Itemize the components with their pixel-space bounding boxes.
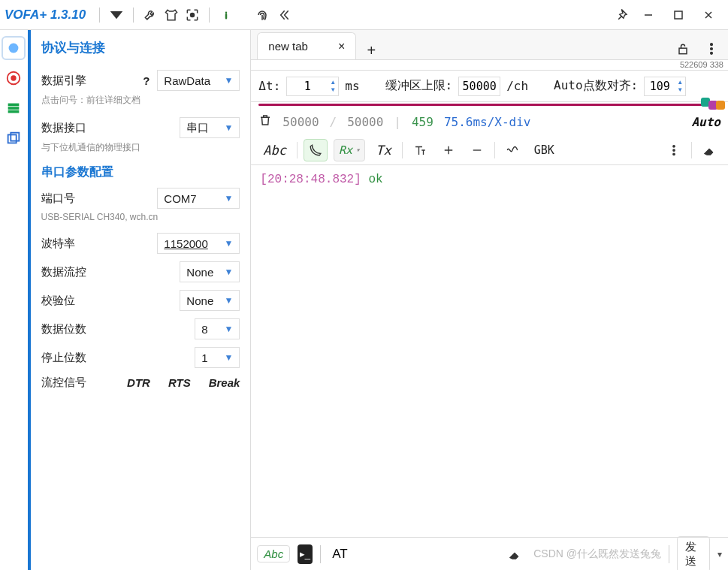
up-arrow-icon[interactable]: ▲ <box>675 79 685 86</box>
down-arrow-icon[interactable]: ▼ <box>675 86 685 94</box>
dt-input[interactable] <box>287 77 328 95</box>
down-arrow-icon[interactable]: ▼ <box>328 86 338 94</box>
control-bar: Abc Rx▾ Tx GBK <box>251 135 728 165</box>
eraser-icon[interactable] <box>698 139 720 161</box>
eraser-icon[interactable] <box>503 543 526 565</box>
rail-item-list[interactable] <box>3 98 24 119</box>
engine-label: 数据引擎 <box>41 74 86 88</box>
text-size-icon[interactable] <box>409 139 431 161</box>
chevron-down-icon: ▼ <box>224 295 233 306</box>
baud-select[interactable]: 1152000 ▼ <box>157 233 240 254</box>
field-port: 端口号 COM7 ▼ <box>41 188 240 209</box>
send-menu-icon[interactable]: ▾ <box>717 549 722 559</box>
focus-icon[interactable] <box>182 5 203 26</box>
buf-input[interactable] <box>459 77 500 95</box>
buf-spinner[interactable] <box>458 77 500 96</box>
more-vertical-icon[interactable] <box>663 139 685 161</box>
send-button[interactable]: 发送 <box>677 536 710 571</box>
phone-icon[interactable] <box>304 139 328 161</box>
chevron-down-icon: ▼ <box>224 267 233 277</box>
chevron-down-icon: ▼ <box>224 352 233 363</box>
iface-select[interactable]: 串口 ▼ <box>180 117 240 138</box>
abc-button[interactable]: Abc <box>258 139 291 161</box>
flow-select[interactable]: None ▼ <box>180 261 240 282</box>
more-icon[interactable] <box>701 38 722 59</box>
minimize-button[interactable] <box>633 5 663 26</box>
color-track[interactable] <box>258 104 705 106</box>
separator <box>209 8 210 23</box>
watermark: CSDN @什么既然发送兔兔 <box>533 547 661 561</box>
dt-unit: ms <box>345 79 359 93</box>
field-baud: 波特率 1152000 ▼ <box>41 233 240 254</box>
console-message: ok <box>368 173 382 186</box>
rx-button[interactable]: Rx▾ <box>334 139 365 161</box>
rail-item-connection[interactable] <box>3 38 24 59</box>
svg-point-15 <box>673 149 675 150</box>
close-button[interactable] <box>693 5 723 26</box>
terminal-icon[interactable]: ▸_ <box>298 544 312 564</box>
fingerprint-icon[interactable] <box>252 5 273 26</box>
rts-toggle[interactable]: RTS <box>168 376 191 389</box>
buf-label: 缓冲区上限: <box>385 78 453 94</box>
engine-select[interactable]: RawData ▼ <box>157 70 240 91</box>
engine-help: 点击问号：前往详细文档 <box>41 94 240 107</box>
tshirt-icon[interactable] <box>161 5 182 26</box>
field-flowsignal: 流控信号 DTR RTS Break <box>41 375 240 390</box>
tab-label: new tab <box>268 40 308 53</box>
svg-point-4 <box>11 75 17 80</box>
svg-rect-10 <box>679 48 687 54</box>
help-icon[interactable]: ? <box>143 74 150 87</box>
wrench-icon[interactable] <box>140 5 161 26</box>
unlock-icon[interactable] <box>672 38 693 59</box>
tx-button[interactable]: Tx <box>371 139 395 161</box>
dtr-toggle[interactable]: DTR <box>127 376 150 389</box>
rail-item-record[interactable] <box>3 68 24 89</box>
collapse-icon[interactable] <box>273 5 294 26</box>
trash-icon[interactable] <box>258 113 272 130</box>
port-select[interactable]: COM7 ▼ <box>157 188 240 209</box>
svg-point-12 <box>711 48 713 50</box>
stopbits-select[interactable]: 1 ▼ <box>195 347 240 368</box>
field-flow: 数据流控 None ▼ <box>41 261 240 282</box>
plus-icon[interactable] <box>437 139 460 161</box>
svg-point-16 <box>673 153 675 155</box>
command-input[interactable] <box>328 544 496 565</box>
auto-button[interactable]: Auto <box>691 115 720 129</box>
align-label: Auto点数对齐: <box>554 78 638 94</box>
iface-label: 数据接口 <box>41 121 86 135</box>
pin-icon[interactable] <box>612 5 633 26</box>
wave-icon[interactable] <box>501 139 524 161</box>
chevron-down-icon: ▼ <box>224 324 233 334</box>
field-stopbits: 停止位数 1 ▼ <box>41 347 240 368</box>
break-toggle[interactable]: Break <box>209 376 240 389</box>
encoding-button[interactable]: GBK <box>530 139 559 161</box>
dt-spinner[interactable]: ▲▼ <box>286 77 339 96</box>
minus-icon[interactable] <box>466 139 488 161</box>
tab-new[interactable]: new tab × <box>257 32 356 59</box>
ruler-strip: 522609 338 <box>251 60 728 71</box>
close-tab-icon[interactable]: × <box>338 40 345 53</box>
svg-point-14 <box>673 145 675 146</box>
console-output[interactable]: [20:28:48.832] ok <box>251 165 728 537</box>
down-triangle-icon[interactable] <box>106 5 127 26</box>
up-arrow-icon[interactable]: ▲ <box>328 79 338 86</box>
align-spinner[interactable]: ▲▼ <box>644 77 686 96</box>
databits-label: 数据位数 <box>41 322 86 336</box>
parity-select[interactable]: None ▼ <box>180 290 240 311</box>
rail-item-windows[interactable] <box>3 128 24 149</box>
info-icon[interactable] <box>216 5 237 26</box>
dt-label: Δt: <box>258 79 280 93</box>
abc-toggle[interactable]: Abc <box>257 545 290 562</box>
tabstrip: new tab × + <box>251 30 728 60</box>
align-input[interactable] <box>645 77 675 95</box>
parity-label: 校验位 <box>41 294 75 308</box>
add-tab-button[interactable]: + <box>361 42 382 59</box>
sidebar-heading-serial: 串口参数配置 <box>41 164 240 180</box>
param-bar: Δt: ▲▼ ms 缓冲区上限: /ch Auto点数对齐: ▲▼ <box>251 71 728 102</box>
series-dot-3[interactable] <box>716 101 725 110</box>
baud-label: 波特率 <box>41 237 75 251</box>
svg-point-11 <box>711 44 713 46</box>
databits-select[interactable]: 8 ▼ <box>195 318 240 339</box>
maximize-button[interactable] <box>663 5 693 26</box>
console-timestamp: [20:28:48.832] <box>260 173 361 186</box>
